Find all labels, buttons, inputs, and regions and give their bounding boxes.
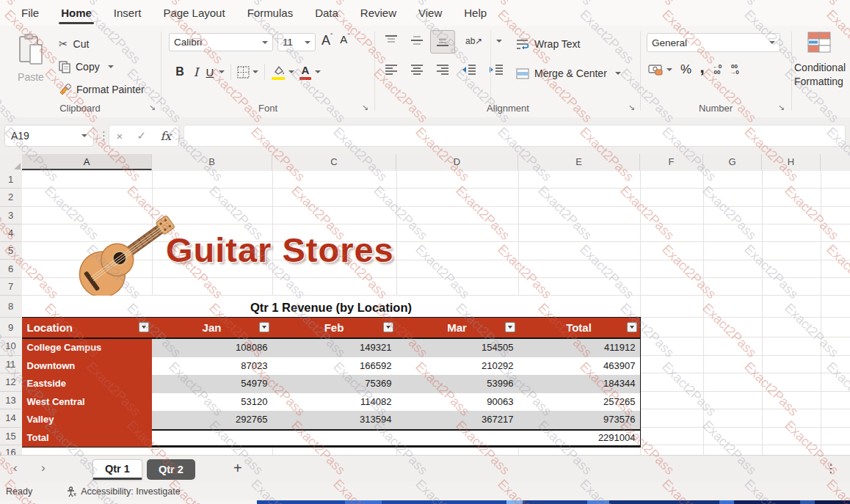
tab-home[interactable]: Home (50, 0, 103, 26)
tab-help[interactable]: Help (453, 0, 498, 26)
header-cell-total[interactable]: Total (518, 318, 640, 337)
tab-page-layout[interactable]: Page Layout (152, 0, 236, 26)
increase-decimal-button[interactable]: ←000 (713, 64, 722, 76)
font-dialog-launcher[interactable]: ↘ (362, 103, 368, 112)
new-sheet-button[interactable]: + (233, 460, 242, 477)
conditional-formatting-button[interactable]: Conditional Formatting (794, 32, 850, 89)
cell-value[interactable]: 54979 (152, 375, 272, 393)
more-options-dots-icon[interactable]: ⋮ (98, 129, 109, 142)
chevron-down-icon[interactable] (108, 65, 114, 68)
accessibility-status[interactable]: Accessibility: Investigate (66, 486, 180, 497)
cell-value[interactable]: 210292 (396, 357, 518, 376)
filter-button[interactable] (259, 322, 269, 332)
borders-button[interactable] (237, 66, 250, 78)
row-header[interactable]: 9 (0, 318, 21, 337)
row-header[interactable]: 12 (0, 373, 21, 392)
font-color-button[interactable]: A (299, 64, 312, 80)
cell-location[interactable]: Total (22, 429, 152, 448)
bold-button[interactable]: B (172, 65, 188, 78)
sheet-tab-qtr2[interactable]: Qtr 2 (147, 459, 195, 480)
row-header[interactable]: 11 (0, 356, 21, 374)
orientation-button[interactable]: ab↗ (465, 36, 482, 46)
cell-value[interactable]: 53120 (152, 393, 272, 412)
cell-location[interactable]: Downtown (22, 357, 152, 376)
accounting-chevron[interactable] (666, 68, 672, 71)
next-sheet-arrow-icon[interactable]: › (41, 461, 46, 475)
cell-location[interactable]: Eastside (22, 375, 152, 393)
select-all-corner[interactable] (0, 154, 23, 172)
header-cell-feb[interactable]: Feb (272, 318, 396, 337)
number-dialog-launcher[interactable]: ↘ (778, 103, 785, 112)
row-header[interactable]: 7 (0, 278, 21, 296)
column-header[interactable]: A (22, 154, 152, 170)
column-header[interactable]: H (762, 154, 821, 170)
column-header[interactable]: C (272, 154, 396, 170)
column-header[interactable]: D (396, 154, 518, 170)
decrease-decimal-button[interactable]: 00→0 (730, 64, 738, 76)
row-header[interactable]: 8 (0, 296, 21, 318)
column-header[interactable]: E (518, 154, 640, 170)
align-left-icon[interactable] (384, 64, 399, 76)
tab-insert[interactable]: Insert (103, 0, 153, 26)
comma-style-button[interactable]: , (700, 63, 705, 70)
shrink-font-button[interactable]: Aˇ (340, 33, 349, 45)
cell-value[interactable]: 149321 (272, 339, 396, 357)
font-size-combo[interactable]: 11 (277, 33, 316, 51)
tabbar-more-dots-icon[interactable]: ⋮ (825, 461, 837, 475)
row-header[interactable]: 3 (0, 207, 21, 224)
percent-style-button[interactable]: % (680, 62, 691, 77)
name-box-chevron[interactable] (81, 134, 87, 137)
cell-value[interactable]: 90063 (396, 393, 518, 412)
copy-button[interactable]: Copy (59, 57, 145, 76)
tab-data[interactable]: Data (304, 0, 349, 26)
top-align-icon[interactable] (384, 34, 399, 47)
enter-icon[interactable]: ✓ (137, 129, 147, 142)
cut-button[interactable]: ✂ Cut (59, 34, 145, 54)
cell-value[interactable]: 154505 (396, 339, 518, 357)
filter-button[interactable] (627, 322, 637, 332)
tab-file[interactable]: File (10, 0, 50, 26)
cell-value[interactable]: 2291004 (518, 429, 640, 448)
alignment-dialog-launcher[interactable]: ↘ (628, 103, 635, 112)
cell-value[interactable] (152, 429, 272, 448)
grow-font-button[interactable]: Aˆ (322, 33, 333, 48)
header-cell-jan[interactable]: Jan (152, 318, 272, 337)
cell-value[interactable]: 53996 (396, 375, 518, 393)
number-format-combo[interactable]: General (647, 33, 780, 52)
wrap-text-button[interactable]: Wrap Text (516, 34, 581, 54)
filter-button[interactable] (505, 322, 515, 332)
merge-center-chevron[interactable] (615, 72, 621, 75)
orientation-chevron[interactable] (496, 40, 502, 43)
cell-value[interactable]: 166592 (272, 357, 396, 376)
row-header[interactable]: 6 (0, 260, 21, 278)
cell-location[interactable]: Valley (22, 411, 152, 429)
header-cell-mar[interactable]: Mar (396, 318, 518, 337)
underline-options-chevron[interactable] (219, 70, 225, 73)
borders-chevron[interactable] (253, 70, 258, 73)
cell-value[interactable]: 463907 (518, 357, 640, 376)
format-painter-button[interactable]: Format Painter (59, 80, 145, 99)
column-header[interactable]: B (152, 154, 272, 170)
cell-location[interactable]: West Central (22, 393, 152, 412)
paste-button[interactable]: Paste (10, 33, 51, 109)
cell-value[interactable] (396, 429, 518, 448)
align-right-icon[interactable] (435, 64, 450, 76)
font-color-chevron[interactable] (315, 70, 321, 73)
middle-align-icon[interactable] (410, 34, 424, 47)
filter-button[interactable] (383, 322, 393, 332)
decrease-indent-icon[interactable] (461, 64, 477, 76)
cell-value[interactable]: 367217 (396, 411, 518, 429)
cell-value[interactable]: 184344 (518, 375, 640, 393)
column-header[interactable]: F (640, 154, 703, 170)
fill-color-chevron[interactable] (288, 70, 294, 73)
row-header[interactable]: 5 (0, 242, 21, 260)
fill-color-button[interactable] (271, 64, 286, 80)
font-name-combo[interactable]: Calibri (169, 33, 273, 51)
cell-value[interactable]: 114082 (272, 393, 396, 412)
cell-value[interactable]: 257265 (518, 393, 640, 412)
clipboard-dialog-launcher[interactable]: ↘ (149, 103, 156, 112)
cell-value[interactable]: 973576 (518, 411, 640, 429)
name-box[interactable]: A19 (4, 125, 94, 147)
cancel-icon[interactable]: × (117, 130, 123, 142)
accounting-format-button[interactable] (648, 65, 663, 76)
